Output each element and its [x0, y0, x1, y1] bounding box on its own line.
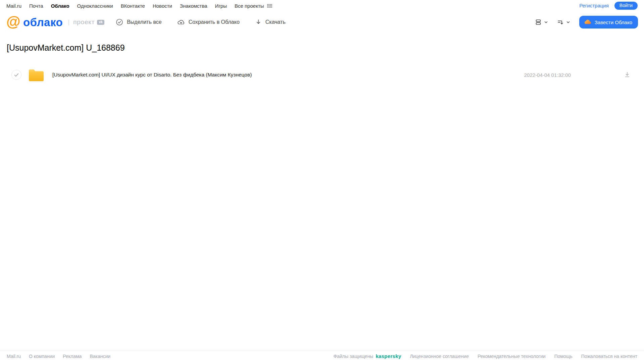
portal-link-vkontakte[interactable]: ВКонтакте: [121, 3, 145, 9]
portal-link-igry[interactable]: Игры: [215, 3, 227, 9]
footer-link-about[interactable]: О компании: [29, 354, 55, 359]
footer-link-help[interactable]: Помощь: [554, 354, 573, 359]
save-to-cloud-button[interactable]: Сохранить в Облако: [177, 18, 240, 26]
cloud-header: @ облако | проект vk Выделить все: [0, 11, 644, 33]
portal-link-odnoklassniki[interactable]: Одноклассники: [77, 3, 113, 9]
sort-dropdown[interactable]: [557, 19, 570, 25]
row-checkbox[interactable]: [11, 70, 21, 80]
kaspersky-logo: kaspersky: [376, 353, 401, 359]
footer-link-mailru[interactable]: Mail.ru: [7, 354, 21, 359]
page-title: [UsupovMarket.com] U_168869: [7, 43, 644, 53]
logo-divider: |: [68, 18, 69, 26]
header-right-controls: Завести Облако: [535, 16, 638, 29]
footer-link-license[interactable]: Лицензионное соглашение: [410, 354, 469, 359]
logo-project-label: проект: [73, 18, 95, 26]
footer-left-links: Mail.ru О компании Реклама Вакансии: [7, 354, 110, 359]
footer-link-recommendation-tech[interactable]: Рекомендательные технологии: [478, 354, 546, 359]
portal-link-oblako[interactable]: Облако: [51, 3, 69, 9]
header-actions: Выделить все Сохранить в Облако Скачать: [116, 18, 286, 26]
download-all-button[interactable]: Скачать: [255, 19, 286, 25]
logo-wordmark: облако: [23, 17, 63, 28]
check-circle-icon: [116, 18, 123, 26]
file-list: [UsupovMarket.com] UI/UX дизайн курс от …: [0, 67, 644, 82]
select-all-label: Выделить все: [127, 19, 161, 25]
download-icon: [255, 19, 262, 25]
get-cloud-button-label: Завести Облако: [595, 19, 632, 25]
login-button[interactable]: Войти: [614, 2, 638, 10]
file-row[interactable]: [UsupovMarket.com] UI/UX дизайн курс от …: [0, 67, 644, 82]
portal-links: Mail.ru Почта Облако Одноклассники ВКонт…: [6, 3, 272, 9]
cloud-orange-icon: [584, 18, 592, 26]
select-all-button[interactable]: Выделить все: [116, 18, 161, 26]
apps-grid-icon[interactable]: [267, 4, 272, 8]
footer-link-report-content[interactable]: Пожаловаться на контент: [581, 354, 637, 359]
portal-link-group-all-projects: Все проекты: [235, 3, 272, 9]
check-icon: [14, 73, 19, 77]
protected-label: Файлы защищены: [334, 354, 374, 359]
kaspersky-protection: Файлы защищены kaspersky: [334, 353, 401, 359]
footer-right-links: Файлы защищены kaspersky Лицензионное со…: [334, 353, 637, 359]
portal-link-novosti[interactable]: Новости: [153, 3, 172, 9]
download-label: Скачать: [265, 19, 286, 25]
portal-right: Регистрация Войти: [579, 2, 638, 10]
sort-icon: [557, 19, 564, 25]
chevron-down-icon: [544, 20, 548, 24]
list-view-icon: [535, 19, 542, 25]
portal-link-all-projects[interactable]: Все проекты: [235, 3, 264, 9]
chevron-down-icon: [566, 20, 570, 24]
save-to-cloud-label: Сохранить в Облако: [189, 19, 240, 25]
footer-link-ads[interactable]: Реклама: [63, 354, 82, 359]
registration-link[interactable]: Регистрация: [579, 3, 609, 8]
cloud-logo[interactable]: @ облако | проект vk: [6, 15, 104, 30]
portal-link-pochta[interactable]: Почта: [29, 3, 43, 9]
folder-icon: [29, 69, 44, 81]
mailru-at-icon: @: [6, 14, 20, 29]
vk-badge-icon: vk: [97, 20, 104, 25]
file-name-link[interactable]: [UsupovMarket.com] UI/UX дизайн курс от …: [52, 72, 252, 78]
cloud-upload-icon: [177, 18, 185, 26]
row-download-icon[interactable]: [624, 71, 631, 78]
site-footer: Mail.ru О компании Реклама Вакансии Файл…: [0, 351, 644, 362]
portal-link-znakomstva[interactable]: Знакомства: [180, 3, 207, 9]
portal-link-mailru[interactable]: Mail.ru: [6, 3, 21, 9]
portal-nav: Mail.ru Почта Облако Одноклассники ВКонт…: [0, 0, 644, 11]
get-cloud-button[interactable]: Завести Облако: [579, 16, 638, 29]
view-mode-dropdown[interactable]: [535, 19, 548, 25]
main-content: [UsupovMarket.com] U_168869: [0, 43, 644, 82]
file-modified-date: 2022-04-04 01:32:00: [524, 72, 571, 78]
footer-link-jobs[interactable]: Вакансии: [90, 354, 110, 359]
